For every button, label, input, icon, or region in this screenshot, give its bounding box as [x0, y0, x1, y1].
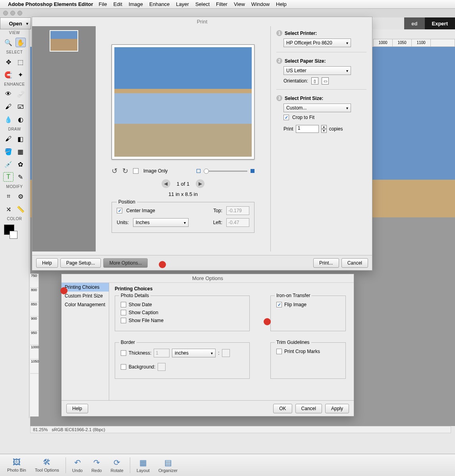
- sidebar-color-management[interactable]: Color Management: [62, 300, 109, 309]
- organizer-icon: ▤: [164, 458, 172, 467]
- straighten-tool-icon[interactable]: 📏: [15, 204, 26, 214]
- minimize-dot[interactable]: [10, 11, 15, 15]
- menu-filter[interactable]: Filter: [216, 1, 228, 7]
- zoom-out-icon[interactable]: [197, 169, 201, 173]
- units-select[interactable]: Inches: [133, 218, 189, 227]
- sidebar-printing-choices[interactable]: Printing Choices: [62, 283, 109, 292]
- menu-help[interactable]: Help: [276, 1, 287, 7]
- redo-button[interactable]: ↷Redo: [87, 458, 106, 473]
- next-page-button[interactable]: ▶: [196, 179, 204, 188]
- photo-bin-button[interactable]: 🖼Photo Bin: [3, 458, 30, 472]
- image-only-checkbox[interactable]: [133, 168, 139, 174]
- zoom-in-icon[interactable]: [251, 169, 254, 173]
- spot-heal-tool-icon[interactable]: 🩹: [15, 89, 26, 99]
- page-setup-button[interactable]: Page Setup...: [60, 258, 101, 268]
- trim-group: Trim Guidelines Print Crop Marks: [270, 342, 346, 379]
- tool-options-button[interactable]: 🛠Tool Options: [31, 458, 63, 472]
- help-button[interactable]: Help: [36, 258, 58, 268]
- paper-select[interactable]: US Letter: [283, 66, 351, 75]
- undo-button[interactable]: ↶Undo: [68, 458, 87, 473]
- menu-edit[interactable]: Edit: [113, 1, 122, 7]
- cancel-button[interactable]: Cancel: [341, 258, 368, 268]
- left-input[interactable]: -0.47: [226, 218, 249, 227]
- ruler-tick: 850: [30, 302, 39, 317]
- portrait-icon[interactable]: ▯: [311, 77, 318, 84]
- rotate-ccw-icon[interactable]: ↺: [112, 167, 118, 175]
- open-button[interactable]: Open: [0, 17, 31, 29]
- background-color-box[interactable]: [158, 363, 166, 371]
- print-dialog-title: Print: [32, 17, 372, 26]
- top-input[interactable]: -0.179: [226, 206, 249, 215]
- size-select[interactable]: Custom...: [283, 104, 351, 112]
- tab-ed[interactable]: ed: [404, 17, 424, 29]
- background-checkbox[interactable]: [121, 364, 126, 370]
- hand-tool-icon[interactable]: ✋: [15, 38, 26, 47]
- landscape-icon[interactable]: ▭: [322, 77, 329, 84]
- zoom-tool-icon[interactable]: 🔍: [3, 38, 13, 47]
- prev-page-button[interactable]: ◀: [162, 179, 170, 188]
- menu-layer[interactable]: Layer: [176, 1, 189, 7]
- print-button[interactable]: Print...: [313, 258, 339, 268]
- thickness-checkbox[interactable]: [121, 350, 126, 356]
- ok-button[interactable]: OK: [273, 404, 292, 413]
- copies-down[interactable]: ▼: [321, 129, 327, 133]
- menu-select[interactable]: Select: [195, 1, 210, 7]
- smart-brush-tool-icon[interactable]: 🖌: [3, 102, 13, 111]
- clone-tool-icon[interactable]: 🖃: [15, 102, 26, 111]
- border-color-box[interactable]: [222, 349, 230, 357]
- more-options-button[interactable]: More Options...: [103, 258, 148, 268]
- organizer-button[interactable]: ▤Organizer: [154, 458, 181, 473]
- rotate-cw-icon[interactable]: ↻: [122, 167, 128, 175]
- menu-enhance[interactable]: Enhance: [149, 1, 170, 7]
- blur-tool-icon[interactable]: 💧: [3, 115, 13, 124]
- eyedropper-tool-icon[interactable]: 💉: [3, 159, 13, 169]
- quick-select-tool-icon[interactable]: ✦: [15, 70, 26, 79]
- thickness-input[interactable]: 1: [154, 349, 170, 357]
- paint-bucket-tool-icon[interactable]: 🪣: [3, 147, 13, 156]
- center-image-checkbox[interactable]: [117, 208, 122, 213]
- show-caption-checkbox[interactable]: [121, 310, 126, 315]
- zoom-dot[interactable]: [17, 11, 22, 15]
- crop-checkbox[interactable]: [283, 115, 289, 120]
- shape-tool-icon[interactable]: ✿: [15, 159, 26, 169]
- brush-tool-icon[interactable]: 🖌: [3, 134, 13, 144]
- copies-input[interactable]: 1: [296, 125, 319, 133]
- redeye-tool-icon[interactable]: 👁: [3, 89, 13, 99]
- show-date-checkbox[interactable]: [121, 302, 126, 307]
- lasso-tool-icon[interactable]: 🧲: [3, 70, 13, 79]
- menu-window[interactable]: Window: [251, 1, 270, 7]
- more-help-button[interactable]: Help: [66, 404, 88, 413]
- marquee-tool-icon[interactable]: ⬚: [15, 57, 26, 67]
- crop-marks-checkbox[interactable]: [276, 349, 282, 354]
- border-units-select[interactable]: inches: [172, 349, 216, 357]
- tab-expert[interactable]: Expert: [425, 17, 455, 29]
- more-cancel-button[interactable]: Cancel: [295, 404, 322, 413]
- recompose-tool-icon[interactable]: ⚙: [15, 192, 26, 201]
- pencil-tool-icon[interactable]: ✎: [15, 172, 26, 182]
- callout-dot: [60, 287, 67, 294]
- toolbox-select-label: SELECT: [0, 49, 29, 56]
- rotate-button[interactable]: ⟳Rotate: [106, 458, 127, 473]
- menu-image[interactable]: Image: [129, 1, 143, 7]
- sidebar-custom-print-size[interactable]: Custom Print Size: [62, 292, 109, 300]
- menu-file[interactable]: File: [99, 1, 107, 7]
- sponge-tool-icon[interactable]: ◐: [15, 115, 26, 124]
- gradient-tool-icon[interactable]: ▦: [15, 147, 26, 156]
- flip-image-checkbox[interactable]: [276, 302, 282, 307]
- type-tool-icon[interactable]: T: [3, 172, 13, 182]
- crop-tool-icon[interactable]: ⌗: [3, 192, 13, 201]
- content-move-tool-icon[interactable]: ⤨: [3, 204, 13, 214]
- close-dot[interactable]: [3, 11, 8, 15]
- thumbnail-image[interactable]: [50, 30, 78, 52]
- menu-view[interactable]: View: [234, 1, 245, 7]
- zoom-slider[interactable]: [204, 171, 247, 172]
- move-tool-icon[interactable]: ✥: [3, 57, 13, 67]
- layout-button[interactable]: ▦Layout: [133, 458, 154, 473]
- show-filename-checkbox[interactable]: [121, 318, 126, 323]
- apply-button[interactable]: Apply: [325, 404, 349, 413]
- eraser-tool-icon[interactable]: ◧: [15, 134, 26, 144]
- background-swatch[interactable]: [10, 231, 17, 239]
- copies-up[interactable]: ▲: [321, 125, 327, 129]
- color-swatches[interactable]: [0, 222, 29, 241]
- printer-select[interactable]: HP Officejet Pro 8620: [283, 38, 351, 47]
